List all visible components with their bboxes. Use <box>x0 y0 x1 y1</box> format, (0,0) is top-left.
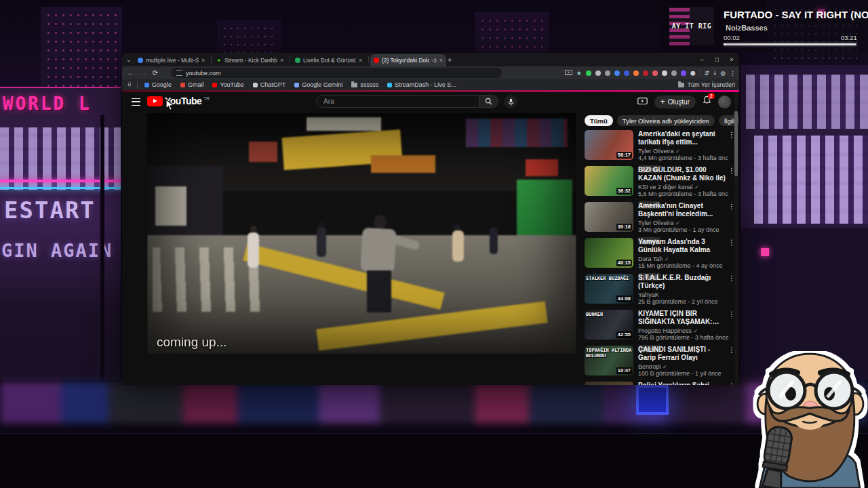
verified-icon: ✓ <box>694 184 699 190</box>
neon-sign: ESTART <box>4 197 96 224</box>
suggestion-item[interactable]: 40:15 Yamyam Adası'nda 3 Günlük Hayatta … <box>585 238 735 268</box>
extension-icon[interactable] <box>681 70 686 76</box>
search-placeholder: Ara <box>323 98 334 105</box>
tab-strip: ⌄ mutliple.live - Multi-Stream Da ◁) × K… <box>122 53 739 66</box>
reload-button[interactable]: ⟳ <box>149 69 161 77</box>
extension-icon[interactable] <box>643 70 648 76</box>
tab-close-icon[interactable]: × <box>201 57 205 64</box>
channel-name: Tyler Oliveira ✓ <box>638 220 728 226</box>
bookmark-item[interactable]: ssssss <box>351 81 378 88</box>
tab-close-icon[interactable]: × <box>359 57 362 64</box>
extension-icon[interactable] <box>605 70 610 76</box>
extension-icon[interactable] <box>586 70 591 76</box>
extension-icon[interactable] <box>624 70 629 76</box>
bookmarks-divider <box>137 81 138 89</box>
suggestion-title: Yamyam Adası'nda 3 Günlük Hayatta Kalma <box>638 238 728 254</box>
notifications-button[interactable]: 2 <box>703 96 711 108</box>
extension-icon[interactable] <box>595 70 601 76</box>
suggestion-item[interactable]: STALKER BUZDAĞI 44:08 S.T.A.L.K.E.R. Buz… <box>585 274 735 304</box>
video-meta: 100 B görüntüleme - 1 yıl önce <box>638 370 728 377</box>
extensions-puzzle-icon[interactable]: ⬣ <box>690 70 696 77</box>
extension-icon[interactable] <box>671 70 677 76</box>
tab-close-icon[interactable]: × <box>439 57 443 64</box>
new-tab-button[interactable]: + <box>448 56 452 64</box>
minimize-button[interactable]: – <box>694 53 709 66</box>
track-progress-bar[interactable] <box>724 43 856 45</box>
bookmark-item[interactable]: Google Gemini <box>294 81 342 88</box>
maximize-button[interactable]: ▢ <box>709 53 724 66</box>
bookmark-label: ssssss <box>360 81 378 88</box>
back-button[interactable]: ← <box>125 69 137 77</box>
close-window-button[interactable]: × <box>724 53 739 66</box>
verified-icon: ✓ <box>675 220 680 226</box>
toolbar-divider <box>700 69 701 77</box>
downloads-icon[interactable]: ⤓ <box>713 69 716 77</box>
bookmark-item[interactable]: Gmail <box>180 81 204 88</box>
extension-icon[interactable] <box>652 70 658 76</box>
forward-button[interactable]: → <box>137 69 149 77</box>
extension-icon[interactable] <box>633 70 639 76</box>
album-art-text: AY IT RIG <box>672 22 712 30</box>
menu-hamburger-icon[interactable] <box>132 98 140 106</box>
duration-badge: 10:47 <box>616 367 632 374</box>
header-actions: + Oluştur 2 <box>637 95 731 108</box>
browser-tab[interactable]: mutliple.live - Multi-Stream Da ◁) × <box>134 54 210 66</box>
all-bookmarks-button[interactable]: Tüm Yer İşaretleri <box>678 81 735 88</box>
search-button[interactable] <box>479 95 498 108</box>
extension-icon[interactable] <box>662 70 667 76</box>
bookmark-star-icon[interactable]: ★ <box>576 70 582 77</box>
youtube-logo[interactable]: YouTube TR <box>147 96 210 106</box>
background-blur-band <box>0 382 868 424</box>
tab-close-icon[interactable]: × <box>280 57 283 64</box>
suggestion-item[interactable]: TOPRAĞIN ALTINDA BULUNDU 10:47 ÇALINDI S… <box>585 346 735 375</box>
browser-tab[interactable]: K Stream - Kick Dashboard ◁) × <box>213 54 289 66</box>
video-player[interactable]: coming up... <box>147 113 576 354</box>
search-icon <box>485 98 492 105</box>
extension-icon[interactable] <box>614 70 620 76</box>
bookmark-item[interactable]: ChatGPT <box>253 81 286 88</box>
address-bar[interactable]: youtube.com <box>171 68 502 78</box>
filter-chip[interactable]: Tümü <box>585 115 613 126</box>
browser-menu-icon[interactable]: ⋮ <box>730 70 736 77</box>
tab-audio-icon[interactable]: ◁) <box>432 58 437 63</box>
bookmark-label: Gmail <box>188 81 204 88</box>
browser-window: ⌄ mutliple.live - Multi-Stream Da ◁) × K… <box>122 53 739 385</box>
scrollbar-thumb[interactable] <box>734 111 738 176</box>
search-input[interactable]: Ara <box>316 95 479 108</box>
site-info-icon[interactable] <box>176 70 182 76</box>
apps-grid-icon[interactable]: ⠿ <box>127 82 132 88</box>
profile-avatar[interactable] <box>718 96 731 108</box>
video-info: Amerika'nın Cinayet Başkenti'ni İnceledi… <box>638 202 735 232</box>
browser-tab[interactable]: (2) Tokyo'daki Dolandırıcıl... ◁) × <box>370 54 446 66</box>
background-pole <box>100 115 104 385</box>
suggestion-item[interactable]: 58:17 Amerika'daki en şeytani tarikatı i… <box>585 130 735 160</box>
youtube-region-label: TR <box>203 96 210 101</box>
tab-search-icon[interactable]: ⌄ <box>126 56 132 63</box>
page-scrollbar[interactable] <box>734 92 738 385</box>
stream-overlay-scene: WORLD L ESTART GIN AGAIN AY IT RIG FURTA… <box>0 0 868 488</box>
suggestion-item[interactable]: 36:32 BİZİ GÜLDÜR, $1.000 KAZAN (Chunkz … <box>585 166 735 196</box>
filter-chip[interactable]: Tyler Oliveira adlı yükleyiciden <box>617 115 715 126</box>
tab-favicon <box>374 58 379 63</box>
create-button[interactable]: + Oluştur <box>654 96 696 108</box>
suggestion-item[interactable]: BUNKER 42:55 KIYAMET İÇİN BİR SIĞINAKTA … <box>585 310 735 340</box>
suggestion-title: Amerika'daki en şeytani tarikatı ifşa et… <box>638 130 728 146</box>
background-building <box>41 7 122 92</box>
profile-icon[interactable]: ◍ <box>720 70 726 77</box>
media-control-icon[interactable] <box>565 70 572 76</box>
suggestion-item[interactable]: Polisi Yaralıların Şehri ✓ ⋮ <box>585 382 735 385</box>
bookmark-item[interactable]: Google <box>144 81 172 88</box>
suggestion-item[interactable]: 30:18 Amerika'nın Cinayet Başkenti'ni İn… <box>585 202 735 232</box>
video-thumbnail: 36:32 <box>585 166 633 196</box>
voice-search-button[interactable] <box>504 95 517 108</box>
stream-icon[interactable] <box>637 98 648 106</box>
all-bookmarks-label: Tüm Yer İşaretleri <box>687 81 735 88</box>
video-meta: 796 B görüntüleme - 3 hafta önce <box>638 334 728 341</box>
video-info: Yamyam Adası'nda 3 Günlük Hayatta Kalma … <box>638 238 735 268</box>
bookmark-item[interactable]: YouTube <box>212 81 243 88</box>
bookmark-item[interactable]: StreamDash - Live S... <box>387 81 456 88</box>
browser-tab[interactable]: Livelix Bot & Görüntülü Sohbet ◁) × <box>292 54 368 66</box>
create-label: Oluştur <box>668 98 690 106</box>
bookmark-label: ChatGPT <box>260 81 286 88</box>
translate-icon[interactable]: ⇵ <box>705 70 710 77</box>
